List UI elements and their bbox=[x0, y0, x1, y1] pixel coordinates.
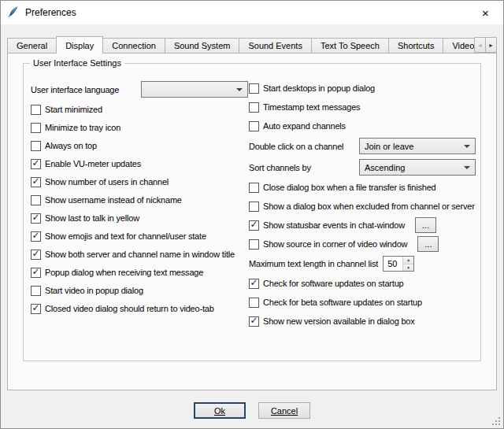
language-label: User interface language bbox=[31, 85, 119, 94]
checkbox-start-video-popup[interactable]: Start video in popup dialog bbox=[31, 283, 248, 298]
tab-sound-events[interactable]: Sound Events bbox=[239, 38, 312, 53]
checkbox-box[interactable]: ✓ bbox=[249, 220, 259, 231]
checkbox-auto-expand-channels[interactable]: Auto expand channels bbox=[249, 119, 476, 133]
checkbox-server-channel-in-title[interactable]: ✓ Show both server and channel name in w… bbox=[31, 247, 248, 261]
spin-up-icon: ▲ bbox=[406, 257, 410, 262]
tab-scroll-right-button[interactable]: ► bbox=[485, 37, 497, 53]
close-icon: × bbox=[482, 6, 489, 20]
checkbox-show-username[interactable]: Show username instead of nickname bbox=[31, 193, 248, 207]
tab-scroll-left-button[interactable]: ◄ bbox=[474, 37, 486, 53]
checkbox-last-to-talk-yellow[interactable]: ✓ Show last to talk in yellow bbox=[31, 211, 248, 225]
spin-down-button[interactable]: ▼ bbox=[403, 264, 413, 272]
checkbox-box[interactable] bbox=[31, 105, 41, 115]
language-combobox[interactable] bbox=[141, 81, 248, 98]
tab-shortcuts[interactable]: Shortcuts bbox=[388, 38, 443, 53]
checkbox-box[interactable] bbox=[249, 202, 259, 212]
checkmark-icon: ✓ bbox=[32, 303, 39, 313]
checkbox-label: Popup dialog when receiving text message bbox=[45, 268, 203, 277]
sort-channels-combobox[interactable]: Ascending bbox=[359, 159, 476, 176]
checkbox-box[interactable] bbox=[31, 286, 41, 296]
checkbox-label: Start minimized bbox=[45, 105, 102, 114]
checkbox-box[interactable] bbox=[31, 123, 41, 133]
spin-up-button[interactable]: ▲ bbox=[403, 257, 413, 264]
checkbox-vu-meter-updates[interactable]: ✓ Enable VU-meter updates bbox=[31, 157, 248, 171]
checkbox-check-beta-updates[interactable]: Check for beta software updates on start… bbox=[249, 295, 476, 309]
checkbox-label: Minimize to tray icon bbox=[45, 123, 120, 132]
video-source-more-button[interactable]: ... bbox=[417, 236, 439, 252]
checkbox-box[interactable] bbox=[249, 102, 259, 113]
checkbox-box[interactable] bbox=[31, 141, 41, 151]
checkbox-box[interactable] bbox=[249, 83, 259, 94]
checkmark-icon: ✓ bbox=[250, 278, 258, 287]
app-icon bbox=[7, 6, 20, 20]
checkmark-icon: ✓ bbox=[250, 316, 258, 325]
window-title: Preferences bbox=[25, 7, 76, 18]
ellipsis-label: ... bbox=[424, 239, 432, 249]
tab-sound-system[interactable]: Sound System bbox=[165, 38, 240, 53]
checkbox-box[interactable]: ✓ bbox=[31, 177, 41, 187]
checkbox-statusbar-events[interactable]: ✓ Show statusbar events in chat-window .… bbox=[249, 218, 476, 232]
checkbox-box[interactable]: ✓ bbox=[249, 316, 259, 327]
checkbox-closed-video-return[interactable]: ✓ Closed video dialog should return to v… bbox=[31, 301, 248, 316]
checkbox-minimize-to-tray[interactable]: Minimize to tray icon bbox=[31, 120, 248, 135]
checkbox-label: Show new version available in dialog box bbox=[263, 316, 415, 326]
checkbox-show-emojis[interactable]: ✓ Show emojis and text for channel/user … bbox=[31, 229, 248, 243]
right-column: Start desktops in popup dialog Timestamp… bbox=[249, 81, 476, 333]
tab-connection[interactable]: Connection bbox=[102, 38, 165, 53]
checkbox-box[interactable]: ✓ bbox=[249, 279, 259, 289]
checkmark-icon: ✓ bbox=[250, 220, 258, 229]
titlebar[interactable]: Preferences × bbox=[1, 1, 503, 24]
checkmark-icon: ✓ bbox=[32, 176, 39, 186]
checkbox-box[interactable]: ✓ bbox=[31, 231, 41, 242]
checkbox-timestamp-messages[interactable]: Timestamp text messages bbox=[249, 100, 476, 114]
language-row: User interface language bbox=[31, 81, 248, 98]
checkbox-popup-text-message[interactable]: ✓ Popup dialog when receiving text messa… bbox=[31, 265, 248, 279]
checkbox-box[interactable]: ✓ bbox=[31, 213, 41, 224]
spin-down-icon: ▼ bbox=[406, 265, 410, 270]
checkbox-box[interactable]: ✓ bbox=[31, 304, 41, 314]
checkmark-icon: ✓ bbox=[32, 158, 39, 168]
checkbox-box[interactable]: ✓ bbox=[31, 268, 41, 278]
checkbox-box[interactable] bbox=[249, 183, 259, 193]
tab-display[interactable]: Display bbox=[56, 36, 103, 54]
max-text-length-spinbox[interactable]: 50 ▲ ▼ bbox=[383, 256, 414, 272]
checkbox-check-updates[interactable]: ✓ Check for software updates on startup bbox=[249, 276, 476, 290]
close-button[interactable]: × bbox=[468, 1, 503, 24]
checkbox-label: Enable VU-meter updates bbox=[45, 159, 141, 168]
checkmark-icon: ✓ bbox=[32, 231, 39, 240]
sort-channels-value: Ascending bbox=[365, 163, 405, 172]
checkbox-box[interactable] bbox=[249, 121, 259, 131]
double-click-combobox[interactable]: Join or leave bbox=[359, 138, 476, 154]
statusbar-events-more-button[interactable]: ... bbox=[415, 217, 436, 233]
ok-button[interactable]: Ok bbox=[194, 402, 246, 419]
checkbox-box[interactable]: ✓ bbox=[31, 159, 41, 169]
footer: Ok Cancel bbox=[1, 402, 503, 419]
checkbox-label: Check for software updates on startup bbox=[263, 279, 403, 288]
tab-general[interactable]: General bbox=[7, 38, 57, 53]
resize-grip[interactable] bbox=[491, 416, 501, 426]
checkbox-box[interactable] bbox=[31, 195, 41, 205]
chevron-down-icon bbox=[464, 166, 470, 169]
double-click-label: Double click on a channel bbox=[249, 142, 343, 151]
tab-text-to-speech[interactable]: Text To Speech bbox=[311, 38, 389, 53]
checkbox-show-user-count[interactable]: ✓ Show number of users in channel bbox=[31, 175, 248, 189]
checkbox-dialog-when-excluded[interactable]: Show a dialog box when excluded from cha… bbox=[249, 199, 476, 213]
checkbox-show-video-source[interactable]: Show source in corner of video window ..… bbox=[249, 237, 476, 251]
checkbox-box[interactable]: ✓ bbox=[31, 250, 41, 260]
arrow-right-icon: ► bbox=[488, 43, 494, 48]
sort-channels-row: Sort channels by Ascending bbox=[249, 159, 476, 176]
left-column: User interface language Start minimized … bbox=[31, 81, 248, 320]
checkbox-start-minimized[interactable]: Start minimized bbox=[31, 102, 248, 116]
checkbox-new-version-dialog[interactable]: ✓ Show new version available in dialog b… bbox=[249, 314, 476, 328]
double-click-row: Double click on a channel Join or leave bbox=[249, 138, 476, 154]
double-click-value: Join or leave bbox=[365, 142, 413, 151]
checkbox-box[interactable] bbox=[249, 298, 259, 308]
sort-channels-label: Sort channels by bbox=[249, 163, 311, 172]
checkbox-label: Show source in corner of video window bbox=[263, 239, 407, 249]
checkbox-always-on-top[interactable]: Always on top bbox=[31, 139, 248, 153]
cancel-button[interactable]: Cancel bbox=[258, 402, 310, 419]
checkbox-box[interactable] bbox=[249, 239, 259, 250]
checkbox-close-on-transfer-finished[interactable]: Close dialog box when a file transfer is… bbox=[249, 180, 476, 194]
checkbox-start-desktops-popup[interactable]: Start desktops in popup dialog bbox=[249, 81, 476, 95]
checkbox-label: Start video in popup dialog bbox=[45, 286, 143, 295]
